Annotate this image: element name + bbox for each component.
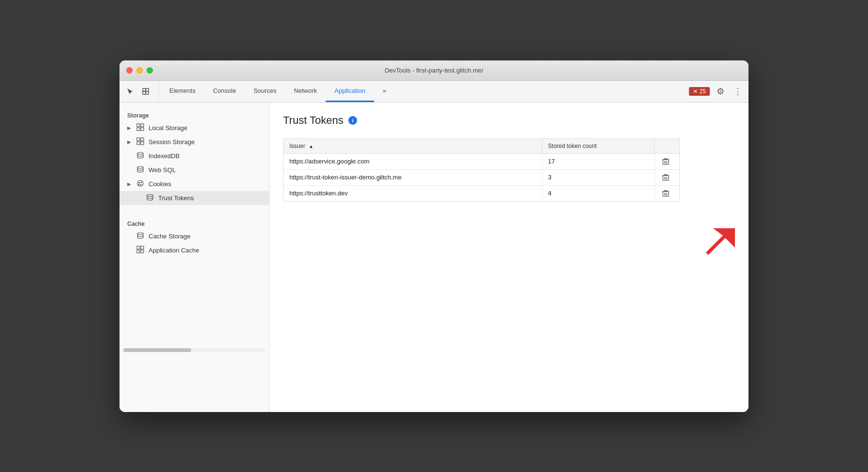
- sidebar-item-websql[interactable]: ▶ Web SQL: [120, 163, 269, 177]
- action-cell: [654, 185, 679, 201]
- sidebar-scrollbar-thumb: [123, 348, 191, 352]
- svg-point-12: [137, 152, 143, 154]
- tab-network[interactable]: Network: [285, 81, 326, 102]
- svg-point-16: [141, 182, 142, 183]
- sidebar-item-app-cache[interactable]: ▶ Application Cache: [120, 243, 269, 257]
- svg-rect-2: [143, 91, 146, 94]
- sidebar: Storage ▶ Local Storage ▶: [120, 103, 269, 412]
- more-menu-button[interactable]: ⋮: [731, 85, 745, 98]
- svg-point-18: [138, 184, 139, 185]
- tab-elements[interactable]: Elements: [161, 81, 204, 102]
- inspect-icon[interactable]: [139, 85, 152, 98]
- grid-icon-appcache: [136, 246, 145, 255]
- minimize-button[interactable]: [136, 67, 143, 74]
- sidebar-item-cache-storage[interactable]: ▶ Cache Storage: [120, 229, 269, 243]
- toolbar-right: ✕ 25 ⚙ ⋮: [685, 81, 745, 102]
- svg-rect-21: [137, 246, 140, 249]
- svg-rect-6: [137, 128, 140, 131]
- sidebar-item-trust-tokens[interactable]: ▶ Trust Tokens: [120, 191, 269, 205]
- svg-rect-23: [137, 250, 140, 253]
- storage-section-title: Storage: [120, 108, 269, 121]
- tab-more[interactable]: »: [374, 81, 395, 102]
- sidebar-item-session-storage[interactable]: ▶ Session Storage: [120, 135, 269, 149]
- titlebar: DevTools - first-party-test.glitch.me/: [120, 60, 748, 81]
- sidebar-scrollbar[interactable]: [123, 348, 265, 352]
- tab-application[interactable]: Application: [326, 81, 374, 102]
- error-badge[interactable]: ✕ 25: [689, 87, 710, 96]
- sidebar-item-local-storage[interactable]: ▶ Local Storage: [120, 121, 269, 135]
- svg-rect-0: [143, 88, 146, 91]
- svg-rect-4: [137, 124, 140, 127]
- delete-button-1[interactable]: [660, 174, 671, 181]
- maximize-button[interactable]: [147, 67, 153, 74]
- svg-point-15: [139, 182, 140, 183]
- svg-marker-40: [706, 228, 735, 255]
- expand-arrow-session: ▶: [127, 139, 132, 145]
- sidebar-item-label: Application Cache: [149, 247, 199, 254]
- page-title: Trust Tokens: [283, 114, 344, 127]
- col-header-action: [654, 138, 679, 153]
- tab-sources[interactable]: Sources: [245, 81, 285, 102]
- svg-rect-1: [146, 88, 149, 91]
- grid-icon-session: [136, 137, 145, 147]
- sidebar-item-label: IndexedDB: [149, 152, 180, 160]
- sidebar-item-label: Cache Storage: [149, 233, 191, 240]
- table-row: https://trusttoken.dev 4: [284, 185, 680, 201]
- sidebar-item-label: Local Storage: [149, 124, 187, 132]
- svg-rect-8: [137, 138, 140, 141]
- cache-section-title: Cache: [120, 217, 269, 229]
- db-icon-cache: [136, 232, 145, 241]
- grid-icon-local: [136, 123, 145, 133]
- trust-tokens-icon: [146, 193, 154, 203]
- svg-rect-10: [137, 142, 140, 145]
- table-row: https://adservice.google.com 17: [284, 153, 680, 169]
- sidebar-item-label: Cookies: [149, 180, 171, 188]
- cursor-icon[interactable]: [123, 85, 137, 98]
- delete-button-0[interactable]: [660, 158, 671, 165]
- cookie-icon: [136, 179, 145, 189]
- svg-point-20: [137, 233, 143, 235]
- page-header: Trust Tokens i: [283, 114, 735, 127]
- window-title: DevTools - first-party-test.glitch.me/: [385, 67, 483, 74]
- table-row: https://trust-token-issuer-demo.glitch.m…: [284, 169, 680, 185]
- issuer-cell: https://adservice.google.com: [284, 153, 542, 169]
- svg-point-13: [137, 166, 143, 168]
- sidebar-item-label: Trust Tokens: [158, 194, 194, 202]
- db-icon-indexed: [136, 151, 145, 161]
- count-cell: 4: [542, 185, 654, 201]
- settings-button[interactable]: ⚙: [714, 85, 727, 98]
- tab-console[interactable]: Console: [204, 81, 245, 102]
- svg-rect-9: [141, 138, 144, 141]
- tab-bar: Elements Console Sources Network Applica…: [161, 81, 685, 102]
- info-icon[interactable]: i: [348, 116, 357, 125]
- action-cell: [654, 153, 679, 169]
- col-header-count[interactable]: Stored token count: [542, 138, 654, 153]
- trust-tokens-table: Issuer ▲ Stored token count https://adse…: [283, 138, 680, 202]
- issuer-cell: https://trust-token-issuer-demo.glitch.m…: [284, 169, 542, 185]
- svg-point-19: [147, 194, 153, 196]
- col-header-issuer[interactable]: Issuer ▲: [284, 138, 542, 153]
- db-icon-websql: [136, 165, 145, 175]
- expand-arrow-cookies: ▶: [127, 181, 132, 187]
- sort-arrow-icon: ▲: [309, 144, 314, 149]
- sidebar-item-indexeddb[interactable]: ▶ IndexedDB: [120, 149, 269, 163]
- svg-rect-7: [141, 128, 144, 131]
- main-panel: Trust Tokens i Issuer ▲ Stored token cou…: [269, 103, 748, 412]
- content-area: Storage ▶ Local Storage ▶: [120, 103, 748, 412]
- devtools-window: DevTools - first-party-test.glitch.me/ E…: [120, 60, 748, 412]
- sidebar-item-label: Web SQL: [149, 166, 176, 174]
- close-button[interactable]: [126, 67, 133, 74]
- svg-rect-11: [141, 142, 144, 145]
- toolbar-icons: [123, 81, 159, 102]
- action-cell: [654, 169, 679, 185]
- annotation-arrow: [701, 228, 735, 262]
- sidebar-item-cookies[interactable]: ▶ Cookies: [120, 177, 269, 191]
- svg-rect-22: [141, 246, 144, 249]
- svg-rect-24: [141, 250, 144, 253]
- sidebar-item-label: Session Storage: [149, 138, 195, 146]
- delete-button-2[interactable]: [660, 190, 671, 197]
- count-cell: 17: [542, 153, 654, 169]
- toolbar: Elements Console Sources Network Applica…: [120, 81, 748, 103]
- svg-point-14: [137, 180, 143, 186]
- traffic-lights: [126, 67, 153, 74]
